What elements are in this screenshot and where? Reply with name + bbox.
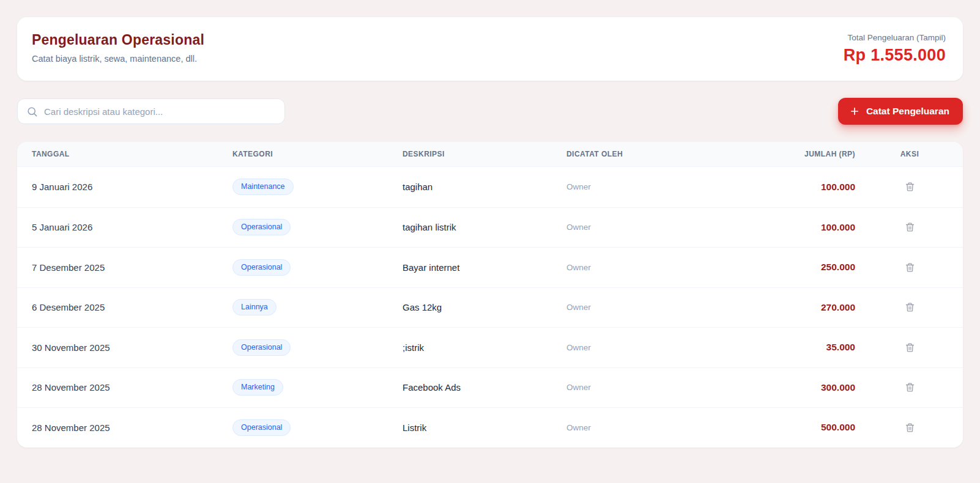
total-expense-value: Rp 1.555.000 <box>844 46 946 65</box>
column-header-tanggal: TANGGAL <box>32 150 232 158</box>
add-expense-button-label: Catat Pengeluaran <box>866 106 949 117</box>
table-row: 28 November 2025 Operasional Listrik Own… <box>17 407 963 448</box>
total-expense-block: Total Pengeluaran (Tampil) Rp 1.555.000 <box>844 32 946 65</box>
expense-description: Bayar internet <box>403 262 566 273</box>
expense-date: 6 Desember 2025 <box>32 302 232 312</box>
trash-icon <box>904 342 916 353</box>
category-badge: Operasional <box>232 219 291 235</box>
expense-recorded-by: Owner <box>566 263 730 272</box>
category-badge: Operasional <box>232 339 291 356</box>
expense-amount: 250.000 <box>730 262 871 273</box>
category-badge: Marketing <box>232 379 283 396</box>
expense-action-cell <box>871 219 948 235</box>
expense-amount: 500.000 <box>730 422 871 433</box>
expense-amount: 35.000 <box>730 342 871 353</box>
expense-recorded-by: Owner <box>566 383 730 392</box>
column-header-dicatat-oleh: DICATAT OLEH <box>566 150 730 158</box>
expense-category-cell: Maintenance <box>232 179 403 195</box>
expense-category-cell: Operasional <box>232 419 403 436</box>
table-body: 9 Januari 2026 Maintenance tagihan Owner… <box>17 167 963 448</box>
expense-recorded-by: Owner <box>566 182 730 191</box>
expense-amount: 270.000 <box>730 302 871 313</box>
expense-description: tagihan <box>403 182 566 192</box>
delete-expense-button[interactable] <box>902 379 918 396</box>
expense-table: TANGGAL KATEGORI DESKRIPSI DICATAT OLEH … <box>17 142 963 448</box>
table-row: 28 November 2025 Marketing Facebook Ads … <box>17 367 963 408</box>
expense-description: ;istrik <box>403 342 566 353</box>
trash-icon <box>904 181 916 193</box>
table-row: 30 November 2025 Operasional ;istrik Own… <box>17 327 963 367</box>
category-badge: Operasional <box>232 419 291 436</box>
column-header-aksi: AKSI <box>871 150 948 158</box>
table-header-row: TANGGAL KATEGORI DESKRIPSI DICATAT OLEH … <box>17 142 963 167</box>
search-input[interactable] <box>44 106 276 117</box>
expense-action-cell <box>871 379 948 396</box>
trash-icon <box>904 221 916 233</box>
expense-category-cell: Lainnya <box>232 299 403 315</box>
expense-action-cell <box>871 339 948 356</box>
delete-expense-button[interactable] <box>902 339 918 356</box>
search-icon <box>26 106 38 117</box>
delete-expense-button[interactable] <box>902 179 918 195</box>
trash-icon <box>904 262 916 273</box>
expense-category-cell: Operasional <box>232 219 403 235</box>
expense-date: 30 November 2025 <box>32 342 232 353</box>
expense-date: 5 Januari 2026 <box>32 222 232 232</box>
delete-expense-button[interactable] <box>902 219 918 235</box>
trash-icon <box>904 382 916 393</box>
table-row: 5 Januari 2026 Operasional tagihan listr… <box>17 207 963 248</box>
delete-expense-button[interactable] <box>902 419 918 436</box>
expense-amount: 100.000 <box>730 222 871 233</box>
expense-recorded-by: Owner <box>566 223 730 232</box>
expense-category-cell: Operasional <box>232 259 403 276</box>
category-badge: Operasional <box>232 259 291 276</box>
page: Pengeluaran Operasional Catat biaya list… <box>0 0 980 465</box>
delete-expense-button[interactable] <box>902 299 918 315</box>
expense-action-cell <box>871 179 948 195</box>
expense-date: 7 Desember 2025 <box>32 262 232 273</box>
expense-action-cell <box>871 259 948 276</box>
expense-description: Facebook Ads <box>403 382 566 393</box>
expense-recorded-by: Owner <box>566 423 730 432</box>
search-box[interactable] <box>17 98 285 124</box>
column-header-jumlah: JUMLAH (RP) <box>730 150 871 158</box>
expense-amount: 300.000 <box>730 382 871 393</box>
page-subtitle: Catat biaya listrik, sewa, maintenance, … <box>32 54 204 64</box>
expense-description: tagihan listrik <box>403 222 566 232</box>
table-row: 6 Desember 2025 Lainnya Gas 12kg Owner 2… <box>17 287 963 328</box>
toolbar: Catat Pengeluaran <box>17 98 963 125</box>
expense-date: 28 November 2025 <box>32 422 232 433</box>
expense-date: 28 November 2025 <box>32 382 232 393</box>
expense-recorded-by: Owner <box>566 303 730 312</box>
expense-description: Listrik <box>403 422 566 433</box>
column-header-kategori: KATEGORI <box>232 150 403 158</box>
expense-recorded-by: Owner <box>566 343 730 352</box>
page-header-card: Pengeluaran Operasional Catat biaya list… <box>17 17 963 81</box>
expense-date: 9 Januari 2026 <box>32 182 232 192</box>
expense-category-cell: Marketing <box>232 379 403 396</box>
trash-icon <box>904 422 916 433</box>
expense-action-cell <box>871 419 948 436</box>
column-header-deskripsi: DESKRIPSI <box>403 150 566 158</box>
table-row: 7 Desember 2025 Operasional Bayar intern… <box>17 247 963 287</box>
header-text-block: Pengeluaran Operasional Catat biaya list… <box>32 32 204 64</box>
category-badge: Maintenance <box>232 179 294 195</box>
trash-icon <box>904 301 916 313</box>
category-badge: Lainnya <box>232 299 277 315</box>
expense-amount: 100.000 <box>730 182 871 193</box>
expense-action-cell <box>871 299 948 315</box>
plus-icon <box>849 106 860 117</box>
total-expense-label: Total Pengeluaran (Tampil) <box>844 33 946 42</box>
page-title: Pengeluaran Operasional <box>32 32 204 48</box>
add-expense-button[interactable]: Catat Pengeluaran <box>838 98 963 125</box>
expense-category-cell: Operasional <box>232 339 403 356</box>
delete-expense-button[interactable] <box>902 259 918 276</box>
table-row: 9 Januari 2026 Maintenance tagihan Owner… <box>17 167 963 207</box>
expense-description: Gas 12kg <box>403 302 566 312</box>
